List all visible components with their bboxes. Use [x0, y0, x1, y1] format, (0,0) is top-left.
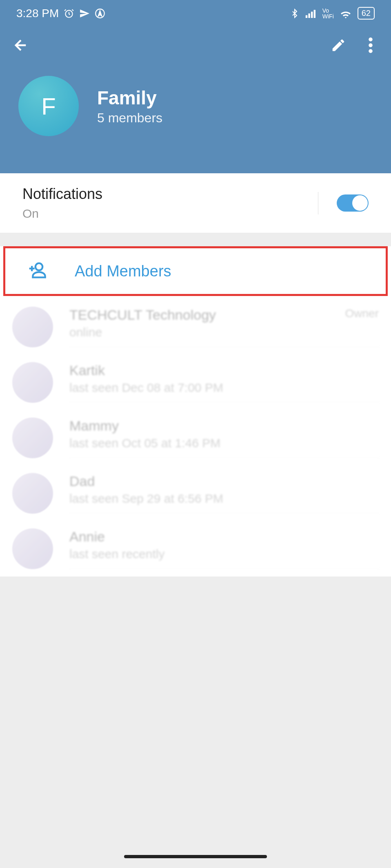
group-header: F Family 5 members — [0, 27, 391, 173]
member-status: last seen Oct 05 at 1:46 PM — [69, 436, 379, 450]
member-avatar — [12, 528, 53, 569]
member-status: last seen Dec 08 at 7:00 PM — [69, 381, 379, 395]
back-icon[interactable] — [12, 37, 29, 55]
notifications-status: On — [22, 207, 102, 221]
members-section: Add Members TECHCULT Technology Owner on… — [0, 246, 391, 576]
group-avatar-initial: F — [41, 93, 56, 120]
notifications-title: Notifications — [22, 186, 102, 203]
member-item[interactable]: Kartik last seen Dec 08 at 7:00 PM — [0, 355, 391, 410]
add-member-icon — [26, 260, 47, 283]
svg-point-7 — [369, 43, 373, 47]
svg-point-9 — [36, 263, 42, 270]
group-member-count: 5 members — [97, 110, 162, 126]
group-avatar[interactable]: F — [18, 76, 79, 136]
svg-rect-2 — [306, 15, 307, 18]
app-icon — [95, 8, 105, 19]
member-item[interactable]: Mammy last seen Oct 05 at 1:46 PM — [0, 410, 391, 466]
more-icon[interactable] — [369, 38, 373, 55]
member-name: TECHCULT Technology — [69, 307, 216, 323]
member-item[interactable]: Dad last seen Sep 29 at 6:56 PM — [0, 466, 391, 521]
status-bar: 3:28 PM VoWiFi 62 — [0, 0, 391, 27]
toggle-divider — [318, 192, 318, 214]
add-members-button[interactable]: Add Members — [3, 246, 388, 296]
member-name: Annie — [69, 529, 379, 545]
member-item[interactable]: TECHCULT Technology Owner online — [0, 299, 391, 355]
member-name: Dad — [69, 473, 379, 489]
group-info: F Family 5 members — [12, 76, 379, 136]
status-left: 3:28 PM — [16, 7, 105, 20]
member-role: Owner — [345, 307, 379, 320]
status-right: VoWiFi 62 — [290, 7, 375, 20]
vowifi-icon: VoWiFi — [322, 8, 334, 19]
member-status: last seen recently — [69, 547, 379, 561]
member-name: Kartik — [69, 362, 379, 378]
member-avatar — [12, 362, 53, 403]
status-time: 3:28 PM — [16, 7, 59, 20]
header-toolbar — [12, 27, 379, 55]
svg-rect-3 — [308, 13, 310, 18]
group-name: Family — [97, 87, 162, 109]
member-avatar — [12, 417, 53, 458]
member-name: Mammy — [69, 418, 379, 434]
notifications-toggle[interactable] — [337, 194, 369, 212]
home-indicator[interactable] — [124, 855, 267, 858]
add-members-label: Add Members — [75, 263, 171, 280]
member-avatar — [12, 473, 53, 514]
bluetooth-icon — [290, 9, 300, 18]
wifi-icon — [340, 9, 352, 18]
signal-icon — [305, 9, 317, 18]
member-avatar — [12, 307, 53, 347]
member-status: online — [69, 325, 379, 339]
member-status: last seen Sep 29 at 6:56 PM — [69, 492, 379, 506]
send-icon — [79, 8, 90, 19]
battery-indicator: 62 — [358, 7, 375, 20]
svg-rect-4 — [311, 11, 313, 18]
svg-point-8 — [369, 49, 373, 53]
svg-rect-5 — [313, 10, 315, 18]
member-item[interactable]: Annie last seen recently — [0, 521, 391, 576]
svg-point-6 — [369, 38, 373, 42]
edit-icon[interactable] — [331, 38, 346, 55]
notifications-section[interactable]: Notifications On — [0, 173, 391, 233]
alarm-icon — [64, 8, 74, 19]
